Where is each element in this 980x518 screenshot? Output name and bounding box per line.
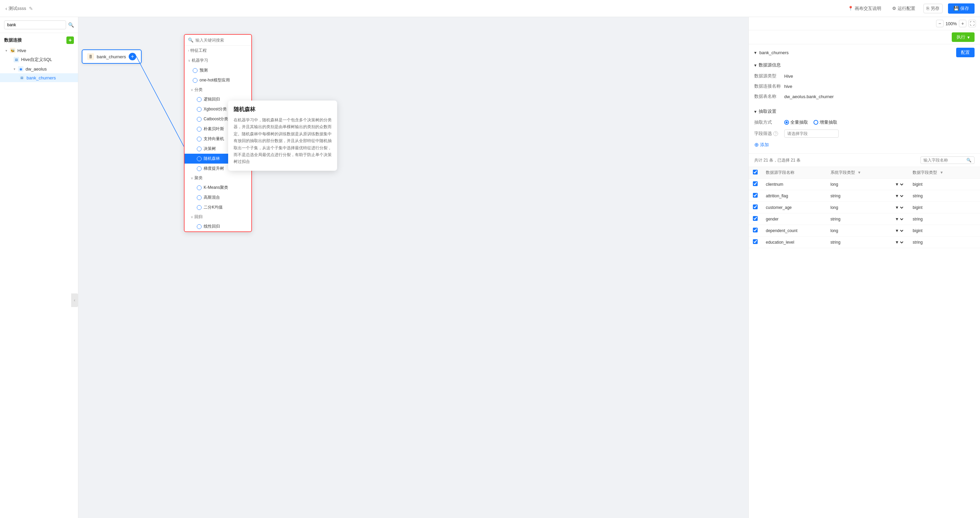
select-all-checkbox[interactable] — [753, 170, 758, 174]
data-type: bigint — [908, 202, 972, 214]
sidebar-item-hive-sql[interactable]: ▤ Hive自定义SQL — [0, 55, 78, 64]
save-alt-button[interactable]: ⎘ 另存 — [923, 4, 943, 13]
sidebar-section-title: 数据连接 + — [0, 33, 78, 46]
row-checkbox[interactable] — [753, 239, 758, 244]
canvas-note-button[interactable]: 📍 画布交互说明 — [845, 4, 884, 13]
radio-dot — [813, 120, 818, 125]
search-icon: 🔍 — [966, 158, 972, 163]
panel-group-feature-engineering[interactable]: › 特征工程 — [185, 46, 251, 56]
panel-search-area: 🔍 — [185, 35, 251, 46]
zoom-value: 100% — [946, 21, 957, 26]
expand-icon: ▾ — [754, 109, 757, 114]
canvas-node-bank-churners[interactable]: 🗄 bank_churners + — [82, 49, 142, 64]
sys-type-select[interactable]: ▼ — [894, 182, 904, 187]
execute-button[interactable]: 执行 ▾ — [952, 32, 975, 42]
save-button[interactable]: 💾 保存 — [948, 3, 975, 14]
add-connection-button[interactable]: + — [67, 37, 74, 44]
panel-subgroup-cluster[interactable]: ∨ 聚类 — [185, 174, 251, 183]
data-source-section-header: ▾ 数据源信息 — [754, 61, 975, 71]
incr-extract-radio[interactable]: 增量抽取 — [813, 119, 837, 126]
sidebar-item-dw-aeolus[interactable]: ▾ ◉ dw_aeolus — [0, 64, 78, 73]
sys-type-select[interactable]: ▼ — [894, 239, 904, 245]
item-icon — [193, 68, 197, 73]
filter-icon[interactable]: ▼ — [858, 171, 861, 174]
row-checkbox[interactable] — [753, 216, 758, 221]
fields-search-area: 🔍 — [920, 156, 975, 164]
table-row: attrition_flag string ▼ string — [749, 190, 980, 202]
svg-line-0 — [136, 56, 184, 147]
conn-name-row: 数据连接名称 hive — [754, 81, 975, 91]
field-name: clientnum — [762, 179, 826, 190]
collapse-sidebar-button[interactable]: ‹ — [71, 293, 78, 307]
fields-stats-text: 共计 21 条，已选择 21 条 — [754, 158, 800, 163]
sidebar-search-area: 🔍 — [0, 17, 78, 33]
panel-item-onehot[interactable]: one-hot模型应用 — [185, 75, 251, 85]
row-checkbox[interactable] — [753, 228, 758, 233]
table-name-row: 数据表名称 dw_aeolus.bank_churner — [754, 91, 975, 102]
panel-item-kmeans[interactable]: K-Means聚类 — [185, 183, 251, 193]
collapse-arrow-icon: ▾ — [754, 50, 757, 55]
panel-item-gaussian[interactable]: 高斯混合 — [185, 193, 251, 202]
sidebar-item-label: Hive自定义SQL — [21, 57, 52, 63]
table-row: clientnum long ▼ bigint — [749, 179, 980, 190]
panel-group-ml[interactable]: ∨ 机器学习 — [185, 56, 251, 65]
data-type: bigint — [908, 225, 972, 236]
config-node-label: bank_churners — [759, 50, 789, 55]
tooltip-desc: 在机器学习中，随机森林是一个包含多个决策树的分类器，并且其输出的类别是由单棵树输… — [234, 116, 332, 165]
col-header-data-type: 数据字段类型 ▼ — [908, 167, 972, 179]
item-icon — [197, 107, 202, 112]
sidebar-item-hive[interactable]: ▾ 🐝 Hive — [0, 46, 78, 55]
fullscreen-button[interactable]: ⛶ — [969, 20, 976, 27]
node-add-button[interactable]: + — [129, 53, 136, 60]
db-icon: ◉ — [18, 66, 24, 72]
node-icon: 🗄 — [87, 53, 94, 60]
tooltip-title: 随机森林 — [234, 106, 332, 113]
back-button[interactable]: ‹ 测试ssss — [5, 5, 26, 11]
search-icon[interactable]: 🔍 — [68, 22, 74, 28]
field-name: education_level — [762, 236, 826, 248]
extract-section-header: ▾ 抽取设置 — [754, 107, 975, 117]
item-icon — [197, 224, 202, 229]
panel-item-bisect-kmeans[interactable]: 二分K均值 — [185, 202, 251, 212]
sys-type-select[interactable]: ▼ — [894, 228, 904, 233]
filter-icon[interactable]: ▼ — [940, 171, 943, 174]
data-source-info: ▾ 数据源信息 数据源类型 Hive 数据连接名称 hive 数据表名称 dw_… — [749, 61, 980, 107]
data-type: string — [908, 190, 972, 202]
item-icon — [197, 205, 202, 210]
sys-type-select[interactable]: ▼ — [894, 193, 904, 199]
sys-type: string — [826, 190, 890, 202]
topbar-left: ‹ 测试ssss ✎ — [5, 5, 33, 11]
topbar: ‹ 测试ssss ✎ 📍 画布交互说明 ⚙ 运行配置 ⎘ 另存 💾 保存 — [0, 0, 980, 17]
field-filter-input[interactable] — [784, 129, 839, 138]
col-header-field-name: 数据源字段名称 — [762, 167, 826, 179]
sidebar-item-bank-churners[interactable]: ▤ bank_churners — [0, 73, 78, 82]
data-type: bigint — [908, 179, 972, 190]
radio-dot — [784, 120, 789, 125]
config-title-row: ▾ bank_churners — [754, 50, 789, 55]
sys-type: string — [826, 236, 890, 248]
search-input[interactable] — [4, 21, 66, 29]
zoom-out-button[interactable]: − — [936, 20, 943, 27]
row-checkbox[interactable] — [753, 193, 758, 198]
row-checkbox[interactable] — [753, 204, 758, 209]
row-checkbox[interactable] — [753, 181, 758, 186]
panel-subgroup-regression[interactable]: ∨ 回归 — [185, 212, 251, 222]
sys-type-select[interactable]: ▼ — [894, 205, 904, 210]
sys-type-select[interactable]: ▼ — [894, 217, 904, 222]
add-field-link[interactable]: ⊕ 添加 — [754, 142, 975, 148]
panel-search-input[interactable] — [196, 38, 248, 43]
config-button[interactable]: 配置 — [956, 48, 975, 57]
panel-subgroup-classify[interactable]: ∨ 分类 — [185, 85, 251, 94]
full-extract-radio[interactable]: 全量抽取 — [784, 119, 808, 126]
panel-item-predict[interactable]: 预测 — [185, 65, 251, 75]
fields-stats-row: 共计 21 条，已选择 21 条 🔍 — [749, 154, 980, 167]
edit-icon[interactable]: ✎ — [29, 6, 33, 11]
fields-search-input[interactable] — [923, 158, 964, 163]
fields-table: 数据源字段名称 系统字段类型 ▼ 数据字段类型 ▼ clientnum long — [749, 167, 980, 248]
panel-item-linear-regression[interactable]: 线性回归 — [185, 222, 251, 231]
run-config-button[interactable]: ⚙ 运行配置 — [889, 4, 918, 13]
zoom-in-button[interactable]: + — [959, 20, 966, 27]
data-type: string — [908, 214, 972, 225]
item-icon — [197, 147, 202, 151]
col-header-sys-type: 系统字段类型 ▼ — [826, 167, 890, 179]
